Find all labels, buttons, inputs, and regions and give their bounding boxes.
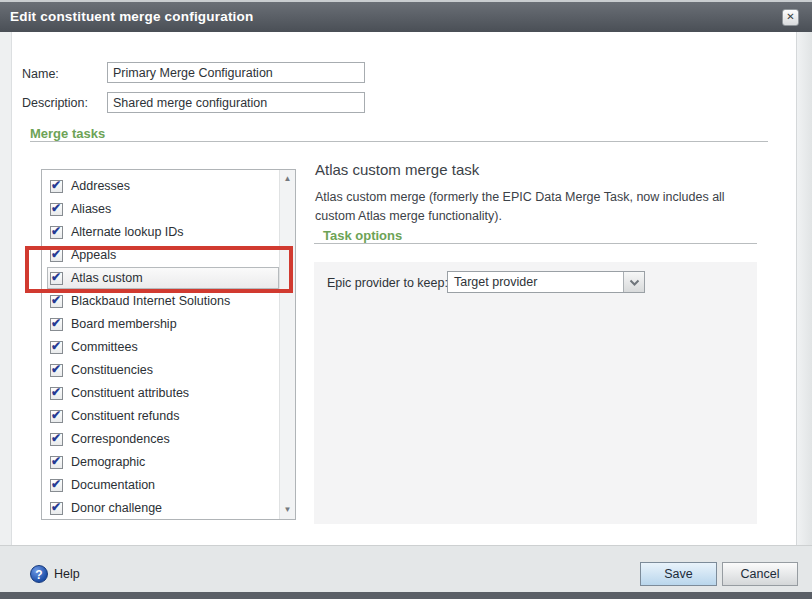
check-icon: ✔: [51, 247, 61, 261]
task-label: Appeals: [71, 248, 116, 262]
task-checkbox[interactable]: ✔: [50, 272, 63, 285]
scrollbar-down-icon[interactable]: ▼: [280, 502, 295, 518]
list-item[interactable]: ✔ Alternate lookup IDs: [47, 221, 279, 243]
check-icon: ✔: [51, 224, 61, 238]
list-item[interactable]: ✔ Demographic: [47, 451, 279, 473]
epic-provider-dropdown[interactable]: Target provider: [447, 271, 645, 293]
task-detail-title: Atlas custom merge task: [315, 161, 479, 178]
task-options-section-title: Task options: [323, 228, 402, 243]
check-icon: ✔: [51, 500, 61, 514]
task-checkbox[interactable]: ✔: [50, 433, 63, 446]
list-item[interactable]: ✔ Constituent refunds: [47, 405, 279, 427]
task-label: Board membership: [71, 317, 177, 331]
task-options-rule: [314, 243, 757, 244]
check-icon: ✔: [51, 178, 61, 192]
list-item[interactable]: ✔ Constituencies: [47, 359, 279, 381]
task-checkbox[interactable]: ✔: [50, 410, 63, 423]
check-icon: ✔: [51, 431, 61, 445]
merge-tasks-rule: [30, 141, 768, 142]
check-icon: ✔: [51, 270, 61, 284]
check-icon: ✔: [51, 362, 61, 376]
task-label: Alternate lookup IDs: [71, 225, 184, 239]
check-icon: ✔: [51, 293, 61, 307]
list-item[interactable]: ✔ Documentation: [47, 474, 279, 496]
epic-provider-value: Target provider: [454, 275, 537, 289]
task-label: Blackbaud Internet Solutions: [71, 294, 230, 308]
task-checkbox[interactable]: ✔: [50, 502, 63, 515]
task-checkbox[interactable]: ✔: [50, 295, 63, 308]
check-icon: ✔: [51, 454, 61, 468]
task-label: Atlas custom: [71, 271, 143, 285]
task-detail-description: Atlas custom merge (formerly the EPIC Da…: [315, 188, 763, 226]
dialog-edit-constituent-merge-configuration: Edit constituent merge configuration ✕ N…: [0, 0, 812, 599]
check-icon: ✔: [51, 339, 61, 353]
task-label: Committees: [71, 340, 138, 354]
name-label: Name:: [22, 67, 59, 81]
scrollbar-up-icon[interactable]: ▲: [280, 171, 295, 187]
task-label: Constituent refunds: [71, 409, 179, 423]
list-item[interactable]: ✔ Blackbaud Internet Solutions: [47, 290, 279, 312]
cancel-button[interactable]: Cancel: [722, 562, 798, 586]
task-checkbox[interactable]: ✔: [50, 180, 63, 193]
task-label: Documentation: [71, 478, 155, 492]
dropdown-button[interactable]: [623, 272, 644, 292]
check-icon: ✔: [51, 316, 61, 330]
list-item[interactable]: ✔ Appeals: [47, 244, 279, 266]
epic-provider-label: Epic provider to keep:: [327, 276, 448, 290]
description-input[interactable]: [107, 92, 365, 113]
task-label: Constituent attributes: [71, 386, 189, 400]
task-checkbox[interactable]: ✔: [50, 387, 63, 400]
help-link[interactable]: ? Help: [30, 565, 80, 583]
check-icon: ✔: [51, 385, 61, 399]
task-checkbox[interactable]: ✔: [50, 341, 63, 354]
task-checkbox[interactable]: ✔: [50, 364, 63, 377]
window-left-edge: [0, 32, 12, 552]
list-item[interactable]: ✔ Addresses: [47, 175, 279, 197]
list-item[interactable]: ✔ Aliases: [47, 198, 279, 220]
help-icon: ?: [30, 565, 48, 583]
list-item[interactable]: ✔ Donor challenge: [47, 497, 279, 519]
task-label: Correspondences: [71, 432, 170, 446]
chevron-down-icon: [629, 279, 640, 287]
check-icon: ✔: [51, 477, 61, 491]
task-label: Demographic: [71, 455, 145, 469]
task-label: Constituencies: [71, 363, 153, 377]
task-checkbox[interactable]: ✔: [50, 318, 63, 331]
list-item[interactable]: ✔ Atlas custom: [47, 267, 279, 289]
save-button-label: Save: [664, 563, 693, 585]
list-item[interactable]: ✔ Board membership: [47, 313, 279, 335]
task-checkbox[interactable]: ✔: [50, 226, 63, 239]
dialog-title: Edit constituent merge configuration: [10, 9, 253, 24]
task-label: Aliases: [71, 202, 111, 216]
merge-tasks-rows: ✔ Addresses ✔ Aliases ✔ Alternate lookup…: [42, 175, 279, 520]
list-item[interactable]: ✔ Committees: [47, 336, 279, 358]
task-checkbox[interactable]: ✔: [50, 456, 63, 469]
description-label: Description:: [22, 96, 88, 110]
list-item[interactable]: ✔ Correspondences: [47, 428, 279, 450]
task-label: Addresses: [71, 179, 130, 193]
check-icon: ✔: [51, 201, 61, 215]
list-item[interactable]: ✔ Constituent attributes: [47, 382, 279, 404]
window-bottom-edge: [0, 592, 812, 599]
task-checkbox[interactable]: ✔: [50, 203, 63, 216]
close-button[interactable]: ✕: [782, 9, 799, 26]
save-button[interactable]: Save: [640, 562, 717, 586]
name-input[interactable]: [107, 62, 365, 83]
titlebar[interactable]: Edit constituent merge configuration ✕: [0, 0, 812, 32]
window-right-edge: [796, 32, 812, 552]
cancel-button-label: Cancel: [741, 563, 780, 585]
task-checkbox[interactable]: ✔: [50, 249, 63, 262]
help-label: Help: [54, 567, 80, 581]
task-options-panel: [314, 262, 757, 524]
close-icon: ✕: [786, 11, 794, 22]
merge-tasks-section-title: Merge tasks: [30, 126, 105, 141]
task-checkbox[interactable]: ✔: [50, 479, 63, 492]
check-icon: ✔: [51, 408, 61, 422]
merge-tasks-listbox: ✔ Addresses ✔ Aliases ✔ Alternate lookup…: [41, 169, 296, 520]
task-label: Donor challenge: [71, 501, 162, 515]
listbox-scrollbar[interactable]: ▲ ▼: [279, 170, 295, 519]
